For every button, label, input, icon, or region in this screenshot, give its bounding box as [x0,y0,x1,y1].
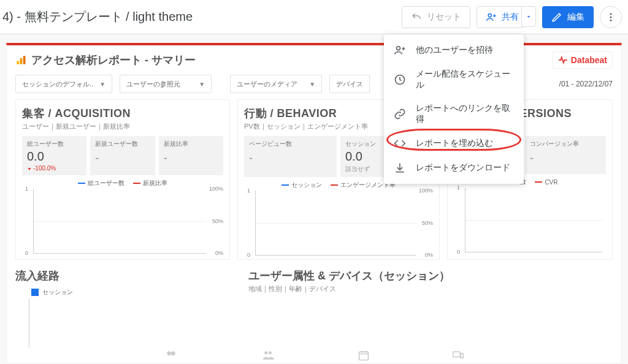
axis-label: 0% [425,252,433,258]
metric-new-ratio: 新規比率 - [159,136,223,175]
axis-label: 0 [457,249,460,255]
gridline [34,221,206,222]
heartbeat-icon [557,55,569,66]
more-button[interactable] [600,6,622,28]
axis-label: 50% [422,220,433,226]
share-menu-label: レポートを埋め込む [416,138,493,149]
svg-point-2 [610,16,612,18]
legend-label: 総ユーザー数 [88,179,124,188]
metric-cvr: コンバージョン率 - [525,136,606,174]
svg-rect-14 [453,352,461,357]
devices-icon [451,349,465,362]
filter-referrer[interactable]: ユーザーの参照元▼ [120,75,212,93]
metric-empty: - [164,152,218,165]
group-icon [259,349,277,362]
chevron-down-icon: ▼ [99,81,105,88]
metric-empty: - [249,152,332,165]
svg-point-11 [264,351,267,354]
svg-point-1 [610,13,612,15]
axis-label: 100% [209,186,223,192]
bar-chart [29,299,230,348]
axis-label: 1 [457,184,460,191]
card-title: 集客 / ACQUISITION [22,106,223,121]
edit-button[interactable]: 編集 [542,6,594,28]
metric-label: コンバージョン率 [530,140,601,148]
report-title: アクセス解析レポート - サマリー [31,53,196,67]
report-canvas: アクセス解析レポート - サマリー Databeat セッションのデフォル..▼… [0,34,628,364]
link-icon [394,108,406,120]
filter-device[interactable]: デバイス [329,75,370,93]
bottom-icons [0,349,628,362]
section-title: ユーザー属性 & デバイス（セッション） [248,268,450,283]
chart-legend: 総ユーザー数 新規比率 [22,179,223,188]
share-menu-label: 他のユーザーを招待 [416,45,493,56]
card-subtitle: ユーザー｜新規ユーザー｜新規比率 [22,122,223,131]
chevron-down-icon: ▼ [309,81,315,88]
line-chart: 1 0 100% 50% 0% [33,189,206,254]
more-vert-icon [605,12,616,23]
filter-media[interactable]: ユーザーのメディア▼ [230,75,322,93]
svg-rect-6 [17,61,19,64]
pencil-icon [551,12,562,23]
svg-point-9 [167,351,171,355]
metric-delta-value: -100.0% [33,165,56,172]
metrics: 総ユーザー数 0.0 -100.0% 新規ユーザー数 - 新規比率 - [22,136,223,175]
legend-item: セッション [281,181,322,189]
share-menu-label: レポートをダウンロード [416,162,510,173]
axis-label: 0 [25,250,28,256]
axis-label: 0% [215,250,223,256]
swatch-icon [31,289,39,296]
card-traffic-source: 流入経路 セッション [15,268,230,348]
date-range[interactable]: /01 - 2022/12/07 [559,75,613,93]
metric-label: 新規ユーザー数 [95,140,150,148]
metric-label: 新規比率 [164,140,218,148]
line-chart: 1 0 100% 50% 0% [255,191,416,256]
brand-badge: Databeat [552,51,613,69]
share-menu-download[interactable]: レポートをダウンロード [384,156,524,180]
share-menu-getlink[interactable]: レポートへのリンクを取得 [384,97,524,131]
legend-label: 新規比率 [143,179,167,188]
people-icon [163,349,180,362]
filter-label: デバイス [336,80,363,89]
share-menu-invite[interactable]: 他のユーザーを招待 [384,38,524,63]
metric-empty: - [95,152,150,165]
metric-value: 0.0 [27,150,82,164]
metric-total-users: 総ユーザー数 0.0 -100.0% [22,136,86,175]
share-menu-embed[interactable]: レポートを埋め込む [384,131,524,156]
swatch-icon [78,183,85,184]
legend-label: セッション [291,181,322,189]
report-page: アクセス解析レポート - サマリー Databeat セッションのデフォル..▼… [6,43,622,364]
swatch-icon [281,184,289,186]
svg-rect-8 [23,56,26,64]
share-button[interactable]: 共有 [477,6,524,28]
card-acquisition: 集客 / ACQUISITION ユーザー｜新規ユーザー｜新規比率 総ユーザー数… [15,99,230,260]
edit-label: 編集 [567,12,584,23]
brand-label: Databeat [571,55,607,65]
card-user-attributes: ユーザー属性 & デバイス（セッション） 地域｜性別｜年齢｜デバイス [248,268,450,348]
person-add-icon [486,12,497,23]
filter-label: ユーザーのメディア [237,80,297,89]
legend-item: CVR [535,178,557,186]
chevron-down-icon: ▼ [199,81,205,88]
share-menu: 他のユーザーを招待 メール配信をスケジュール レポートへのリンクを取得 レポート… [384,34,524,184]
undo-icon [411,12,422,23]
gridline [256,223,416,224]
share-menu-schedule[interactable]: メール配信をスケジュール [384,63,524,97]
share-dropdown-button[interactable] [521,6,536,27]
metric-new-users: 新規ユーザー数 - [90,136,155,175]
share-menu-label: メール配信をスケジュール [416,69,514,91]
svg-point-12 [269,351,272,354]
reset-button[interactable]: リセット [402,6,470,28]
chart-legend: セッション [31,288,230,297]
svg-point-4 [397,47,400,50]
axis-label: 1 [25,186,28,192]
clock-icon [394,74,406,86]
code-icon [394,137,406,150]
line-chart: 1 0 [465,188,602,252]
axis-label: 50% [212,218,223,224]
svg-rect-13 [359,352,369,360]
filter-session-default[interactable]: セッションのデフォル..▼ [15,75,112,93]
page-title: 4) - 無料テンプレート / light theme [2,9,402,25]
analytics-icon [15,55,26,66]
calendar-icon [356,349,371,362]
